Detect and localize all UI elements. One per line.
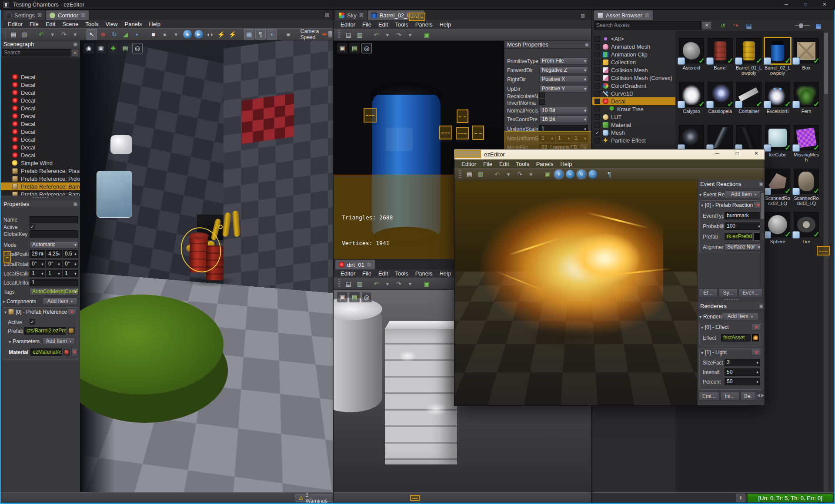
float-panel-icon[interactable]: ▣ <box>759 182 763 186</box>
localposition-z[interactable]: 0.5 <box>63 250 78 258</box>
toolbar-icon[interactable]: ↖ <box>87 29 97 40</box>
toolbar-icon[interactable]: ● <box>160 29 170 40</box>
scenegraph-item[interactable]: Decal <box>1 96 80 104</box>
menu-item[interactable]: Edit <box>375 269 391 278</box>
toolbar-icon[interactable]: ↷ <box>394 279 404 289</box>
scenegraph-item[interactable]: Decal <box>1 128 80 136</box>
asset-thumbnail[interactable]: ✓ <box>765 38 790 63</box>
toolbar-icon[interactable]: ▤ <box>464 169 474 179</box>
toolbar-icon[interactable]: ↶ <box>371 279 381 289</box>
asset-type-item[interactable]: Collection <box>592 58 675 66</box>
viewport-icon[interactable]: ▤ <box>349 43 360 53</box>
forwarddir-select[interactable]: Negative Z <box>539 66 588 74</box>
toolbar-icon[interactable]: ▾ <box>171 29 181 40</box>
tab-close-icon[interactable]: ⊠ <box>367 262 371 268</box>
prefab-asset-field[interactable]: cts/Barrel2.ezPrefab <box>24 327 66 335</box>
tab-behavior[interactable]: Be. <box>740 392 756 401</box>
asset-item[interactable]: ✓Cassiopeia <box>706 80 735 123</box>
remove-effect-button[interactable] <box>752 324 761 331</box>
splitter-handle[interactable] <box>33 197 48 198</box>
remove-component-button[interactable] <box>67 308 77 315</box>
toolbar-icon[interactable]: ▥ <box>354 279 365 289</box>
asset-type-item[interactable]: Kraut Tree <box>592 105 675 113</box>
asset-type-item[interactable]: ✓Mesh <box>592 129 675 136</box>
grid-view-icon[interactable]: ▦ <box>813 20 824 31</box>
parameters-add-item-button[interactable]: Add Item <box>43 338 75 345</box>
material-asset-field[interactable]: ezMaterialAsset <box>30 348 62 356</box>
menu-item[interactable]: Tools <box>391 20 411 29</box>
asset-item[interactable]: ✓Fern <box>792 80 821 123</box>
asset-thumbnail[interactable] <box>736 125 762 150</box>
toolbar-icon[interactable]: ◖◗ <box>205 29 215 40</box>
asset-thumbnail[interactable]: ✓ <box>794 169 819 194</box>
float-panel-icon[interactable]: ▣ <box>73 202 77 206</box>
menu-item[interactable]: Help <box>145 20 164 28</box>
asset-thumbnail[interactable]: ✓ <box>736 38 762 63</box>
type-filter-checkbox[interactable] <box>595 67 600 73</box>
asset-search-input[interactable]: Search Assets <box>594 21 701 30</box>
menu-item[interactable]: Panels <box>412 269 436 278</box>
tab-close-icon[interactable]: ⊠ <box>645 12 649 18</box>
asset-grid-scrollbar[interactable] <box>823 31 829 492</box>
remove-light-button[interactable] <box>752 349 761 356</box>
asset-type-item[interactable]: Animated Mesh <box>592 43 675 50</box>
toolbar-icon[interactable]: ↷ <box>394 30 404 40</box>
menu-item[interactable]: Scene <box>59 20 82 28</box>
tab-initialization[interactable]: Ini... <box>720 392 739 401</box>
tags-select[interactable]: AutoColMesh|CastShadow <box>30 288 78 295</box>
type-filter-checkbox[interactable]: ✓ <box>595 130 600 136</box>
remove-material-button[interactable] <box>71 348 77 356</box>
asset-thumbnail[interactable]: ✓ <box>794 212 819 237</box>
localscaling-x[interactable]: 1 <box>30 270 45 277</box>
intensity-field[interactable]: 50 <box>725 368 760 376</box>
close-button[interactable]: ✕ <box>815 0 834 9</box>
asset-item[interactable]: ✓ScannedRock03_LQ <box>792 167 821 210</box>
asset-item[interactable]: ✓Calypso <box>677 80 706 123</box>
menu-item[interactable]: Help <box>436 269 454 278</box>
toolbar-icon[interactable]: ▾ <box>382 30 393 40</box>
toolbar-icon[interactable]: ▤ <box>343 30 354 40</box>
tab-dirt-01[interactable]: dirt_01 ⊠ <box>335 260 375 269</box>
asset-thumbnail[interactable]: ✓ <box>765 169 790 194</box>
asset-item[interactable]: ✓Barrel_01_Lowpoly <box>735 36 763 80</box>
tab-close-icon[interactable]: ⊠ <box>359 12 364 18</box>
type-filter-checkbox[interactable] <box>595 138 600 143</box>
tab-sky[interactable]: Sky ⊠ <box>335 10 367 20</box>
minimize-button[interactable]: ─ <box>777 0 796 9</box>
toolbar-icon[interactable]: ▶ <box>194 30 203 39</box>
toolbar-icon[interactable]: ▾ <box>382 279 393 289</box>
scenegraph-item[interactable]: Decal <box>1 89 80 96</box>
asset-thumbnail[interactable]: ✓ <box>765 212 790 237</box>
toolbar-icon[interactable]: ↷ <box>514 169 525 179</box>
eventtype-field[interactable]: burnmark <box>725 212 762 219</box>
alignment-select[interactable]: Surface Nor <box>725 243 762 251</box>
scenegraph-item[interactable]: Decal <box>1 120 80 128</box>
asset-thumbnail[interactable]: ✓ <box>708 38 733 63</box>
components-add-item-button[interactable]: Add Item <box>43 298 77 305</box>
viewport-icon[interactable]: ◉ <box>84 43 94 53</box>
asset-item[interactable]: ✓Box <box>792 36 821 80</box>
toolbar-icon[interactable]: ↶ <box>36 29 47 40</box>
viewport-icon[interactable]: ◎ <box>361 43 372 53</box>
active-checkbox[interactable]: ✓ <box>30 224 35 229</box>
scenegraph-item[interactable]: Decal <box>1 151 80 159</box>
tab-effect[interactable]: Ef... <box>698 288 718 297</box>
viewport-icon[interactable]: ✚ <box>108 43 118 53</box>
invert-normals-checkbox[interactable] <box>539 99 545 105</box>
asset-tool-icon[interactable]: ↺ <box>718 20 728 31</box>
float-panel-icon[interactable]: ▣ <box>585 42 589 47</box>
asset-type-item[interactable]: LUT <box>592 113 675 121</box>
renderers-group[interactable]: Rendere <box>699 314 723 320</box>
menu-item[interactable]: Edit <box>42 20 59 28</box>
type-filter-checkbox[interactable] <box>595 99 600 104</box>
tab-emission[interactable]: Emi... <box>698 392 719 401</box>
float-panel-icon[interactable]: ▣ <box>73 42 77 46</box>
type-filter-checkbox[interactable] <box>595 36 600 42</box>
toolbar-icon[interactable]: ⊕ <box>98 29 108 40</box>
toolbar-icon[interactable]: ▣ <box>421 30 432 40</box>
type-filter-checkbox[interactable] <box>595 52 600 57</box>
type-filter-checkbox[interactable] <box>595 83 600 89</box>
toolbar-icon[interactable]: ⚡ <box>216 29 227 40</box>
float-minimize-button[interactable]: ─ <box>708 150 726 156</box>
group-header[interactable]: [0] - Prefab Reference <box>4 309 67 315</box>
